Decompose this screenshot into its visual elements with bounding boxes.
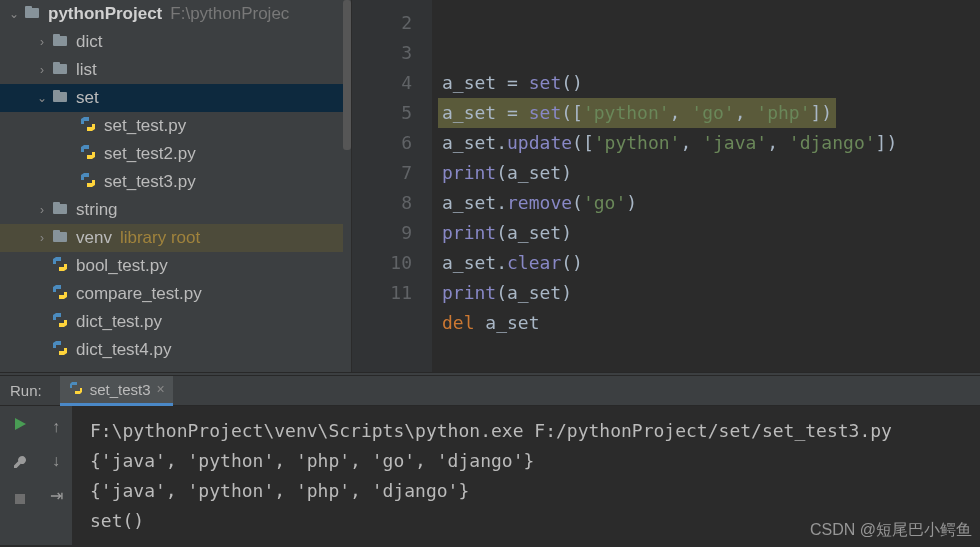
gutter-line-number: 3: [352, 38, 412, 68]
chevron-down-icon: ⌄: [6, 7, 22, 21]
gutter-line-number: 8: [352, 188, 412, 218]
python-file-icon: [78, 116, 98, 137]
python-file-icon: [50, 256, 70, 277]
tree-folder[interactable]: ›dict: [0, 28, 351, 56]
gutter-line-number: 6: [352, 128, 412, 158]
arrow-up-icon[interactable]: ↑: [52, 418, 60, 436]
project-name: pythonProject: [48, 4, 162, 24]
gutter-line-number: 10: [352, 248, 412, 278]
svg-rect-3: [53, 34, 60, 38]
tree-file[interactable]: set_test3.py: [0, 168, 351, 196]
python-file-icon: [78, 172, 98, 193]
tree-item-label: dict: [76, 32, 102, 52]
svg-rect-7: [53, 90, 60, 94]
folder-icon: [50, 88, 70, 109]
tree-item-label: string: [76, 200, 118, 220]
svg-rect-5: [53, 62, 60, 66]
tree-item-label: dict_test.py: [76, 312, 162, 332]
tree-item-label: venv: [76, 228, 112, 248]
run-button[interactable]: [12, 416, 28, 436]
tree-item-label: dict_test4.py: [76, 340, 171, 360]
tree-file[interactable]: set_test.py: [0, 112, 351, 140]
tree-file[interactable]: compare_test.py: [0, 280, 351, 308]
svg-rect-11: [53, 230, 60, 234]
tree-project-root[interactable]: ⌄ pythonProject F:\pythonProjec: [0, 0, 351, 28]
run-tab[interactable]: set_test3 ×: [60, 376, 173, 406]
gutter-line-number: 5: [352, 98, 412, 128]
folder-icon: [22, 4, 42, 25]
run-header: Run: set_test3 ×: [0, 376, 980, 406]
tree-folder[interactable]: ›venvlibrary root: [0, 224, 351, 252]
tree-item-label: set_test.py: [104, 116, 186, 136]
python-file-icon: [50, 284, 70, 305]
editor-gutter: 234567891011: [352, 0, 432, 372]
run-label: Run:: [4, 382, 48, 399]
stop-button[interactable]: [13, 492, 27, 510]
tree-item-label: bool_test.py: [76, 256, 168, 276]
gutter-line-number: 4: [352, 68, 412, 98]
folder-icon: [50, 200, 70, 221]
tree-file[interactable]: set_test2.py: [0, 140, 351, 168]
tree-item-label: set_test3.py: [104, 172, 196, 192]
gutter-line-number: 11: [352, 278, 412, 308]
tree-file[interactable]: bool_test.py: [0, 252, 351, 280]
tree-scrollbar-thumb[interactable]: [343, 0, 351, 150]
python-file-icon: [78, 144, 98, 165]
project-path: F:\pythonProjec: [170, 4, 289, 24]
tree-folder[interactable]: ⌄set: [0, 84, 351, 112]
folder-icon: [50, 32, 70, 53]
folder-icon: [50, 60, 70, 81]
run-toolbar-secondary: ↑ ↓ ⇥: [40, 406, 72, 545]
tree-item-label: list: [76, 60, 97, 80]
gutter-line-number: 7: [352, 158, 412, 188]
code-editor[interactable]: 234567891011 a_set = set() a_set = set([…: [352, 0, 980, 372]
editor-code[interactable]: a_set = set() a_set = set(['python', 'go…: [432, 0, 980, 372]
chevron-right-icon[interactable]: ›: [34, 231, 50, 245]
chevron-down-icon[interactable]: ⌄: [34, 91, 50, 105]
folder-icon: [50, 228, 70, 249]
svg-rect-9: [53, 202, 60, 206]
tree-folder[interactable]: ›list: [0, 56, 351, 84]
close-icon[interactable]: ×: [157, 381, 165, 397]
watermark: CSDN @短尾巴小鳄鱼: [810, 520, 972, 541]
chevron-right-icon[interactable]: ›: [34, 35, 50, 49]
tree-file[interactable]: dict_test.py: [0, 308, 351, 336]
tree-file[interactable]: dict_test4.py: [0, 336, 351, 364]
tree-item-label: set_test2.py: [104, 144, 196, 164]
tree-folder[interactable]: ›string: [0, 196, 351, 224]
python-file-icon: [50, 312, 70, 333]
soft-wrap-icon[interactable]: ⇥: [50, 486, 63, 505]
tree-item-label: compare_test.py: [76, 284, 202, 304]
wrench-icon[interactable]: [12, 454, 28, 474]
python-icon: [68, 380, 84, 399]
arrow-down-icon[interactable]: ↓: [52, 452, 60, 470]
highlighted-line: a_set = set(['python', 'go', 'php']): [438, 98, 836, 128]
library-root-label: library root: [120, 228, 200, 248]
tree-item-label: set: [76, 88, 99, 108]
run-tab-label: set_test3: [90, 381, 151, 398]
chevron-right-icon[interactable]: ›: [34, 63, 50, 77]
gutter-line-number: 2: [352, 8, 412, 38]
svg-rect-12: [15, 494, 25, 504]
project-tree[interactable]: ⌄ pythonProject F:\pythonProjec ›dict›li…: [0, 0, 352, 372]
run-toolbar-primary: [0, 406, 40, 545]
svg-rect-1: [25, 6, 32, 10]
tree-scrollbar[interactable]: [343, 0, 351, 372]
python-file-icon: [50, 340, 70, 361]
gutter-line-number: 9: [352, 218, 412, 248]
chevron-right-icon[interactable]: ›: [34, 203, 50, 217]
